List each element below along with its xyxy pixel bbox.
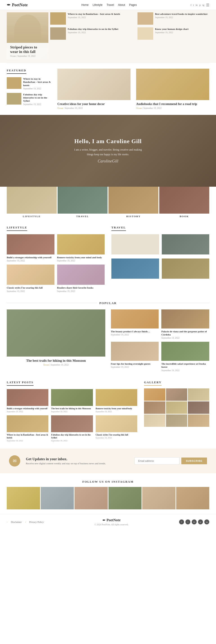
hero-section: Where to stay in Bandarban – best areas … [0, 10, 216, 63]
featured-section: FEATURED Where to stay in Bandarban – be… [0, 63, 216, 115]
footer-privacy-link[interactable]: Privacy Policy [29, 520, 44, 523]
insta-img-4[interactable] [109, 487, 142, 509]
lifestyle-post-3[interactable]: Classic styles I'm wearing this fall Sep… [7, 264, 54, 292]
footer-center: ✒ PoetNote © 2024 PoetNote. All rights r… [94, 518, 129, 526]
featured-center-post[interactable]: Creative ideas for your home decor Ocean… [57, 69, 131, 109]
newsletter-text: Get Updates in your inbox. Receive new d… [26, 457, 106, 465]
featured-right-post[interactable]: Audiobooks that I recommend for a road t… [136, 69, 209, 109]
hero-left-post-1[interactable]: Where to stay in Bandarban – best areas … [50, 12, 136, 25]
travel-post-4[interactable] [162, 258, 209, 280]
hero-right-post-1[interactable]: Best adventure travel books to inspire w… [138, 12, 209, 25]
latest-post-2[interactable]: The best trails for hiking in this Monso… [51, 389, 93, 413]
lifestyle-col: LIFESTYLE Build a stronger relationship … [7, 226, 105, 292]
travel-post-2[interactable] [162, 234, 209, 256]
footer: › Disclaimer › Privacy Policy ✒ PoetNote… [0, 514, 216, 530]
footer-instagram-icon[interactable]: ig [204, 520, 209, 524]
featured-lpost-1[interactable]: Where to stay in Bandarban – best areas … [7, 77, 52, 90]
twitter-icon[interactable]: t [193, 4, 194, 6]
popular-side-1[interactable]: The beauty product I always finish… Sept… [111, 310, 159, 339]
insta-img-2[interactable] [41, 487, 74, 509]
popular-side-4[interactable]: The incredible safari experience at Etos… [161, 342, 209, 372]
footer-links: › Disclaimer › Privacy Policy [7, 520, 44, 523]
category-lifestyle[interactable]: LIFESTYLE [7, 187, 57, 219]
tumblr-icon[interactable]: in [195, 4, 197, 6]
latest-post-6[interactable]: Classic styles I'm wearing this fall Sep… [96, 415, 137, 442]
main-nav: Home Lifestyle Travel About Pages [81, 3, 137, 6]
travel-post-1[interactable] [111, 234, 159, 256]
footer-logo: ✒ PoetNote [94, 518, 129, 522]
nav-about[interactable]: About [118, 3, 125, 6]
category-history[interactable]: HISTORY [109, 187, 158, 219]
latest-post-4[interactable]: Where to stay in Bandarban – best areas … [7, 415, 48, 442]
hero-center[interactable]: Striped pieces to wear in this fall Ocea… [7, 12, 48, 60]
insta-img-3[interactable] [74, 487, 108, 509]
newsletter-subscribe-button[interactable]: SUBSCRIBE [181, 458, 207, 464]
newsletter-icon: ✉ [9, 455, 20, 466]
header: ✒ PoetNote Home Lifestyle Travel About P… [0, 0, 216, 10]
logo[interactable]: ✒ PoetNote [7, 2, 28, 8]
popular-main-title: The best trails for hiking in this Monso… [7, 359, 105, 362]
hero-rpost1-thumb [138, 12, 153, 25]
gallery-img-1[interactable] [144, 388, 165, 401]
gallery-col: GALLERY [144, 380, 209, 442]
latest-post-3[interactable]: Remove toxicity from your mind/body Sept… [96, 389, 137, 413]
nav-home[interactable]: Home [81, 3, 89, 6]
hero-post2-thumb [50, 28, 66, 40]
gallery-img-6[interactable] [188, 402, 209, 414]
header-social: f t in p ig ☰ [191, 3, 209, 7]
newsletter-email-input[interactable] [135, 457, 180, 464]
gallery-img-2[interactable] [166, 388, 187, 401]
lifestyle-post-4[interactable]: Readers share their favorite books Septe… [57, 264, 105, 292]
pinterest-icon[interactable]: p [199, 4, 201, 6]
latest-title: LATEST POSTS [7, 380, 34, 386]
instagram-icon[interactable]: ig [202, 4, 204, 6]
footer-facebook-icon[interactable]: f [179, 520, 184, 524]
gallery-img-5[interactable] [166, 402, 187, 414]
gallery-img-7[interactable] [144, 414, 165, 427]
lifestyle-post-1[interactable]: Build a stronger relationship with yours… [7, 234, 54, 262]
insta-img-6[interactable] [176, 487, 209, 509]
hamburger-menu[interactable]: ☰ [206, 3, 209, 7]
latest-post-5[interactable]: Fabulous day trip itineraries to see in … [51, 415, 93, 442]
featured-right-title: Audiobooks that I recommend for a road t… [136, 102, 209, 106]
insta-img-1[interactable] [7, 487, 40, 509]
footer-twitter-icon[interactable]: t [185, 520, 190, 524]
latest-post-1[interactable]: Build a stronger relationship with yours… [7, 389, 48, 413]
lifestyle-post-2[interactable]: Remove toxicity from your mind and body … [57, 234, 105, 262]
gallery-img-8[interactable] [166, 414, 187, 427]
hero-right-post-2[interactable]: Know your human design chart September 1… [138, 28, 209, 40]
hero-post2-date: September 19, 2022 [68, 31, 118, 34]
hero-rpost1-title: Best adventure travel books to inspire w… [155, 12, 207, 16]
popular-side-3[interactable]: Four tips for hosting overnight guests S… [111, 342, 159, 372]
popular-main-post[interactable]: The best trails for hiking in this Monso… [7, 310, 105, 372]
featured-lpost-2[interactable]: Fabulous day trip itineraries to see in … [7, 93, 52, 106]
featured-title: FEATURED [7, 69, 26, 74]
hero-rpost1-date: September 19, 2022 [155, 16, 207, 18]
insta-img-5[interactable] [142, 487, 175, 509]
gallery-img-3[interactable] [188, 388, 209, 401]
gallery-title: GALLERY [144, 380, 162, 386]
category-book[interactable]: BOOK [159, 187, 209, 219]
footer-pinterest-icon[interactable]: p [198, 520, 203, 524]
footer-link-arrow-2: › [25, 520, 26, 523]
hero-left-post-2[interactable]: Fabulous day trip itineraries to see in … [50, 28, 136, 40]
hero-center-overlay: Striped pieces to wear in this fall Ocea… [7, 43, 48, 60]
gallery-img-9[interactable] [188, 414, 209, 427]
newsletter-form: SUBSCRIBE [135, 457, 207, 464]
travel-post-3[interactable] [111, 258, 159, 280]
featured-center-title: Creative ideas for your home decor [57, 102, 131, 106]
gallery-img-4[interactable] [144, 402, 165, 414]
hero-left: Where to stay in Bandarban – best areas … [50, 12, 136, 40]
latest-gallery-section: LATEST POSTS Build a stronger relationsh… [0, 376, 216, 446]
nav-travel[interactable]: Travel [107, 3, 114, 6]
popular-section: POPULAR The best trails for hiking in th… [0, 297, 216, 376]
category-travel[interactable]: TRAVEL [58, 187, 107, 219]
footer-tumblr-icon[interactable]: in [192, 520, 197, 524]
nav-pages[interactable]: Pages [129, 3, 137, 6]
popular-side-2[interactable]: Palacio de viana and the gorgeous patios… [161, 310, 209, 339]
footer-disclaimer-link[interactable]: Disclaimer [11, 520, 22, 523]
nav-lifestyle[interactable]: Lifestyle [93, 3, 102, 6]
facebook-icon[interactable]: f [191, 4, 191, 6]
author-signature: CarolineGill [72, 159, 144, 164]
footer-link-arrow-1: › [7, 520, 8, 523]
